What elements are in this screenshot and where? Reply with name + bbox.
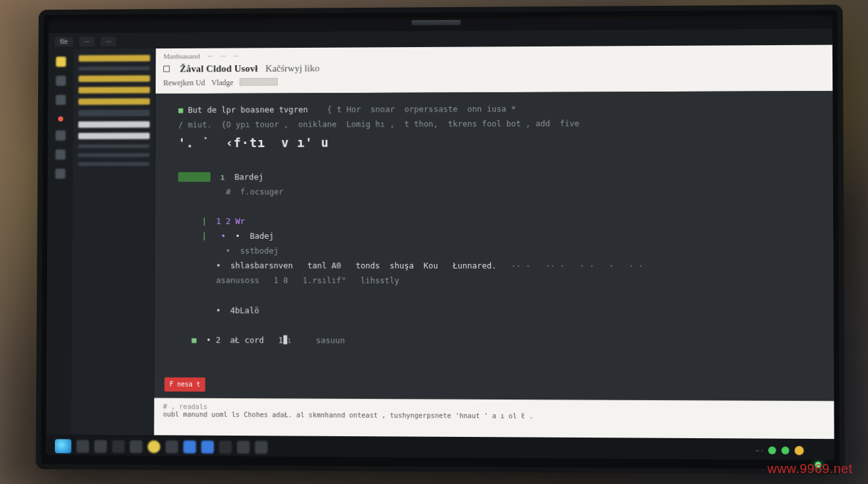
side-item[interactable] <box>78 110 150 116</box>
taskbar-icon[interactable] <box>76 440 89 453</box>
side-panel <box>72 48 156 435</box>
screen: file ··· ··· <box>46 15 834 459</box>
activity-icon[interactable] <box>56 76 66 86</box>
side-item[interactable] <box>78 162 150 166</box>
tray-icon[interactable] <box>781 447 789 454</box>
activity-icon[interactable] <box>56 150 66 160</box>
side-item[interactable] <box>79 76 150 82</box>
side-item[interactable] <box>78 133 150 139</box>
taskbar-icon[interactable] <box>219 441 232 454</box>
side-item[interactable] <box>79 55 150 61</box>
ide-tab[interactable]: ··· <box>79 36 95 46</box>
doc-sub-field[interactable] <box>240 78 278 86</box>
side-item[interactable] <box>78 121 150 128</box>
activity-icon[interactable] <box>56 95 66 105</box>
doc-sub-a: Rewejken Ud <box>163 78 205 88</box>
activity-bar <box>46 49 74 435</box>
bottom-panel[interactable]: # , readals oubl manund uoml ls Chohes a… <box>154 398 834 439</box>
taskbar-icon[interactable] <box>130 440 143 453</box>
monitor-bezel: file ··· ··· <box>36 5 845 474</box>
start-button[interactable] <box>55 439 72 453</box>
tray-text: ·· · <box>756 447 763 454</box>
side-item[interactable] <box>78 86 150 93</box>
taskbar-icon[interactable] <box>147 440 160 453</box>
crumb-item[interactable]: ··· <box>233 52 238 59</box>
taskbar-icon[interactable] <box>237 441 250 454</box>
code-editor[interactable]: ■ But de lpr boasnee tvgren { t Hor snoa… <box>154 91 834 401</box>
taskbar-icon[interactable] <box>255 441 268 454</box>
side-item[interactable] <box>78 153 150 157</box>
taskbar-icon[interactable] <box>165 440 178 453</box>
crumb-item[interactable]: Manhuauand <box>163 52 200 60</box>
tray-icon[interactable] <box>768 447 776 454</box>
taskbar-icon[interactable] <box>201 441 214 454</box>
activity-icon[interactable] <box>56 57 67 67</box>
taskbar-icon[interactable] <box>112 440 125 453</box>
selection <box>178 172 211 181</box>
editor-main: Manhuauand ··· ··· ··· Žåval Cldod Usovł… <box>154 45 834 439</box>
os-title-pill <box>411 20 460 25</box>
ide-tab[interactable]: ··· <box>101 36 116 46</box>
error-tag[interactable]: F nesa t <box>165 377 205 392</box>
error-dot-icon <box>58 116 63 121</box>
watermark: www.9969.net <box>767 461 852 476</box>
doc-title-a: Žåval Cldod Usovł <box>180 63 258 74</box>
tray-icon[interactable] <box>794 446 803 455</box>
taskbar-icon[interactable] <box>94 440 107 453</box>
crumb-item[interactable]: ··· <box>207 52 212 60</box>
doc-title-b: Kačśrwyj liko <box>265 63 320 74</box>
doc-sub-b: Vladge <box>211 78 233 88</box>
side-item[interactable] <box>78 98 150 105</box>
system-tray[interactable]: ·· · <box>756 446 804 456</box>
activity-icon[interactable] <box>56 130 66 141</box>
taskbar[interactable]: ·· · <box>46 434 834 459</box>
side-item[interactable] <box>79 66 150 70</box>
checkbox-icon[interactable] <box>163 66 170 72</box>
activity-icon[interactable] <box>56 168 66 179</box>
doc-header: Manhuauand ··· ··· ··· Žåval Cldod Usovł… <box>156 45 832 94</box>
crumb-item[interactable]: ··· <box>220 52 225 60</box>
taskbar-icon[interactable] <box>183 441 196 454</box>
side-item[interactable] <box>78 144 150 148</box>
ide-tab[interactable]: file <box>55 37 73 46</box>
